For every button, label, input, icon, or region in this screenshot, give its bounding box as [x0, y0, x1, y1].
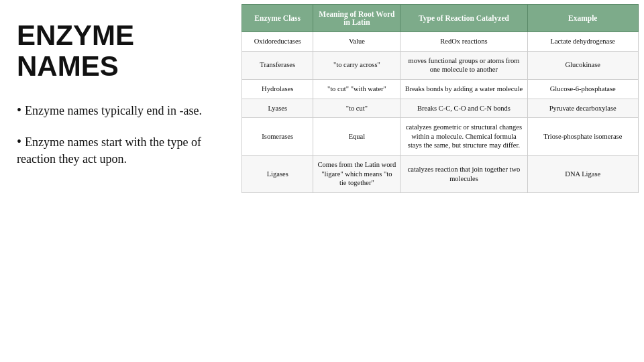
cell-meaning: Value: [313, 32, 400, 52]
cell-meaning: "to cut": [313, 99, 400, 118]
cell-reaction: catalyzes geometric or structural change…: [400, 118, 527, 156]
bullet-item-1: Enzyme names typically end in -ase.: [17, 101, 225, 119]
right-panel: Enzyme Class Meaning of Root Word in Lat…: [241, 0, 644, 362]
cell-example: Glucose-6-phosphatase: [527, 79, 639, 99]
cell-reaction: moves functional groups or atoms from on…: [400, 51, 527, 79]
cell-class: Lyases: [242, 99, 313, 118]
bullet-list: Enzyme names typically end in -ase. Enzy…: [17, 101, 225, 180]
cell-reaction: Breaks C-C, C-O and C-N bonds: [400, 99, 527, 118]
table-row: OxidoreductasesValueRedOx reactionsLacta…: [242, 32, 639, 52]
col-header-reaction: Type of Reaction Catalyzed: [400, 5, 527, 32]
table-header-row: Enzyme Class Meaning of Root Word in Lat…: [242, 5, 639, 32]
table-row: LigasesComes from the Latin word "ligare…: [242, 156, 639, 193]
cell-meaning: "to carry across": [313, 51, 400, 79]
cell-class: Ligases: [242, 156, 313, 193]
table-row: Hydrolases"to cut" "with water"Breaks bo…: [242, 79, 639, 99]
cell-class: Oxidoreductases: [242, 32, 313, 52]
page-title: ENZYME NAMES: [17, 20, 225, 82]
cell-example: Triose-phosphate isomerase: [527, 118, 639, 156]
cell-example: Pyruvate decarboxylase: [527, 99, 639, 118]
col-header-example: Example: [527, 5, 639, 32]
enzyme-table: Enzyme Class Meaning of Root Word in Lat…: [241, 4, 639, 193]
cell-reaction: Breaks bonds by adding a water molecule: [400, 79, 527, 99]
bullet-item-2: Enzyme names start with the type of reac…: [17, 132, 225, 168]
cell-meaning: "to cut" "with water": [313, 79, 400, 99]
cell-class: Transferases: [242, 51, 313, 79]
cell-example: Glucokinase: [527, 51, 639, 79]
cell-reaction: RedOx reactions: [400, 32, 527, 52]
table-row: Lyases"to cut"Breaks C-C, C-O and C-N bo…: [242, 99, 639, 118]
col-header-class: Enzyme Class: [242, 5, 313, 32]
cell-reaction: catalyzes reaction that join together tw…: [400, 156, 527, 193]
cell-class: Hydrolases: [242, 79, 313, 99]
left-panel: ENZYME NAMES Enzyme names typically end …: [0, 0, 241, 362]
cell-class: Isomerases: [242, 118, 313, 156]
cell-example: DNA Ligase: [527, 156, 639, 193]
cell-meaning: Comes from the Latin word "ligare" which…: [313, 156, 400, 193]
table-row: Transferases"to carry across"moves funct…: [242, 51, 639, 79]
col-header-meaning: Meaning of Root Word in Latin: [313, 5, 400, 32]
table-row: IsomerasesEqualcatalyzes geometric or st…: [242, 118, 639, 156]
cell-example: Lactate dehydrogenase: [527, 32, 639, 52]
cell-meaning: Equal: [313, 118, 400, 156]
